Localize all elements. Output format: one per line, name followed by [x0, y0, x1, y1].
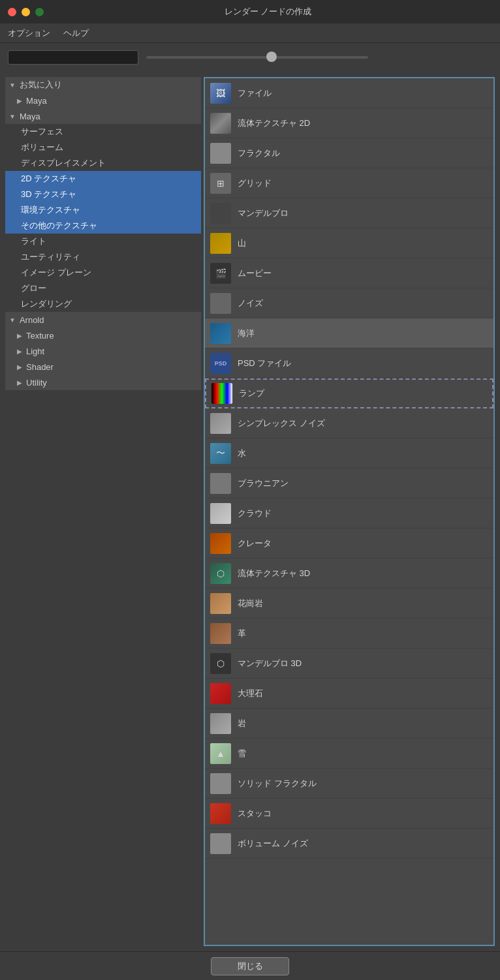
file-icon: 🖼 [210, 83, 231, 104]
list-item-snow[interactable]: ▲ 雪 [205, 739, 493, 769]
list-item-fractal[interactable]: フラクタル [205, 138, 493, 168]
fractal-label: フラクタル [238, 147, 280, 159]
tree-item-glow[interactable]: グロー [5, 281, 201, 296]
water-label: 水 [238, 448, 246, 459]
mountain-icon [210, 233, 231, 254]
cloud-label: クラウド [238, 508, 272, 519]
list-item-solid-fractal[interactable]: ソリッド フラクタル [205, 769, 493, 799]
list-item-stucco[interactable]: スタッコ [205, 799, 493, 829]
maya-group-label: Maya [20, 112, 40, 121]
psd-icon: PSD [210, 353, 231, 374]
arnold-utility-arrow-icon: ▶ [17, 379, 22, 386]
maya-group-header[interactable]: ▼ Maya [5, 108, 201, 124]
file-label: ファイル [238, 87, 272, 99]
tree-item-other-texture[interactable]: その他のテクスチャ [5, 218, 201, 234]
list-item-leather[interactable]: 革 [205, 619, 493, 649]
fractal-icon [210, 143, 231, 164]
tree-item-3d-texture[interactable]: 3D テクスチャ [5, 187, 201, 202]
fluid3d-icon: ⬡ [210, 563, 231, 584]
arnold-texture-arrow-icon: ▶ [17, 332, 22, 339]
arnold-shader-header[interactable]: ▶ Shader [5, 359, 201, 375]
tree-item-2d-texture[interactable]: 2D テクスチャ [5, 171, 201, 187]
crater-icon [210, 533, 231, 554]
close-button-traffic[interactable] [8, 8, 16, 16]
list-item-psd[interactable]: PSD PSD ファイル [205, 348, 493, 378]
traffic-lights [8, 8, 44, 16]
tree-item-rendering-label: レンダリング [21, 298, 72, 310]
snow-icon: ▲ [210, 743, 231, 764]
tree-item-light[interactable]: ライト [5, 234, 201, 249]
maximize-button-traffic[interactable] [35, 8, 44, 16]
list-item-brownian[interactable]: ブラウニアン [205, 468, 493, 498]
list-item-granite[interactable]: 花崗岩 [205, 589, 493, 619]
maya-favorites-label: Maya [26, 96, 47, 106]
maya-favorites-subheader[interactable]: ▶ Maya [5, 93, 201, 108]
list-item-fluid3d[interactable]: ⬡ 流体テクスチャ 3D [205, 559, 493, 589]
title-bar: レンダー ノードの作成 [0, 0, 500, 23]
list-item-mountain[interactable]: 山 [205, 228, 493, 258]
marble-icon [210, 683, 231, 704]
close-dialog-button[interactable]: 閉じる [211, 957, 289, 975]
arnold-shader-arrow-icon: ▶ [17, 363, 22, 371]
main-content: ▼ お気に入り ▶ Maya ▼ Maya サーフェス ボリューム ディスプレイ… [0, 72, 500, 951]
list-item-water[interactable]: 〜 水 [205, 438, 493, 468]
volume-noise-label: ボリューム ノイズ [238, 838, 308, 850]
arnold-utility-label: Utility [26, 378, 47, 388]
fluid2d-icon [210, 113, 231, 134]
arnold-texture-header[interactable]: ▶ Texture [5, 328, 201, 343]
solid-fractal-icon [210, 773, 231, 794]
list-item-marble[interactable]: 大理石 [205, 679, 493, 709]
simplex-label: シンプレックス ノイズ [238, 418, 325, 429]
tree-item-volume[interactable]: ボリューム [5, 140, 201, 155]
list-item-mandelbrot[interactable]: マンデルブロ [205, 198, 493, 228]
leather-icon [210, 623, 231, 644]
list-item-cloud[interactable]: クラウド [205, 498, 493, 528]
tree-item-env-texture[interactable]: 環境テクスチャ [5, 202, 201, 218]
list-item-crater[interactable]: クレータ [205, 528, 493, 559]
list-item-fluid2d[interactable]: 流体テクスチャ 2D [205, 108, 493, 138]
list-item-ocean[interactable]: 海洋 [205, 318, 493, 348]
tree-item-surface-label: サーフェス [21, 126, 63, 138]
minimize-button-traffic[interactable] [22, 8, 30, 16]
slider-thumb[interactable] [266, 52, 277, 62]
list-item-movie[interactable]: 🎬 ムービー [205, 258, 493, 288]
mountain-label: 山 [238, 237, 246, 249]
tree-item-displacement[interactable]: ディスプレイスメント [5, 155, 201, 171]
arnold-group-arrow-icon: ▼ [9, 316, 16, 324]
arnold-group-header[interactable]: ▼ Arnold [5, 312, 201, 328]
menu-help[interactable]: ヘルプ [63, 27, 89, 39]
favorites-arrow-icon: ▼ [9, 82, 16, 89]
list-item-ramp[interactable]: ランプ [205, 378, 493, 408]
arnold-utility-header[interactable]: ▶ Utility [5, 375, 201, 390]
brownian-icon [210, 473, 231, 494]
arnold-shader-label: Shader [26, 362, 54, 372]
list-item-rock[interactable]: 岩 [205, 709, 493, 739]
search-input[interactable] [8, 50, 138, 65]
list-item-noise[interactable]: ノイズ [205, 288, 493, 318]
water-icon: 〜 [210, 443, 231, 464]
granite-icon [210, 593, 231, 614]
main-window: レンダー ノードの作成 オプション ヘルプ ▼ お気に入り ▶ Maya ▼ [0, 0, 500, 980]
list-item-grid[interactable]: ⊞ グリッド [205, 168, 493, 198]
mandelbrot-icon [210, 203, 231, 224]
tree-item-utility[interactable]: ユーティリティ [5, 249, 201, 265]
favorites-group-header[interactable]: ▼ お気に入り [5, 77, 201, 93]
list-item-mandelbrot3d[interactable]: ⬡ マンデルブロ 3D [205, 649, 493, 679]
volume-noise-icon [210, 833, 231, 854]
ramp-label: ランプ [239, 388, 264, 399]
tree-item-image-plane[interactable]: イメージ プレーン [5, 265, 201, 281]
menu-options[interactable]: オプション [8, 27, 50, 39]
list-item-simplex[interactable]: シンプレックス ノイズ [205, 408, 493, 438]
list-item-file[interactable]: 🖼 ファイル [205, 78, 493, 108]
tree-item-3d-texture-label: 3D テクスチャ [21, 189, 76, 200]
tree-item-rendering[interactable]: レンダリング [5, 296, 201, 312]
grid-icon: ⊞ [210, 173, 231, 194]
list-item-volume-noise[interactable]: ボリューム ノイズ [205, 829, 493, 859]
tree-item-surface[interactable]: サーフェス [5, 124, 201, 140]
movie-icon: 🎬 [210, 263, 231, 284]
arnold-light-header[interactable]: ▶ Light [5, 343, 201, 359]
slider-track [146, 56, 368, 59]
mandelbrot-label: マンデルブロ [238, 207, 289, 219]
tree-item-other-texture-label: その他のテクスチャ [21, 220, 97, 232]
solid-fractal-label: ソリッド フラクタル [238, 778, 317, 789]
